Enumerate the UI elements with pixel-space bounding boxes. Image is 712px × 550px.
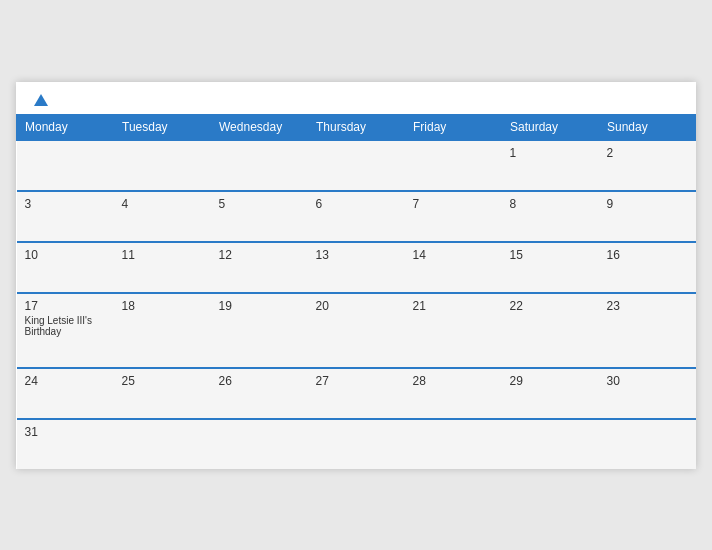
calendar-cell: 30 [599, 368, 696, 419]
day-number: 22 [510, 299, 591, 313]
day-number: 4 [122, 197, 203, 211]
calendar-container: MondayTuesdayWednesdayThursdayFridaySatu… [16, 82, 696, 469]
week-row-3: 10111213141516 [17, 242, 696, 293]
day-number: 13 [316, 248, 397, 262]
weekday-header-friday: Friday [405, 114, 502, 140]
weekday-header-saturday: Saturday [502, 114, 599, 140]
calendar-cell: 14 [405, 242, 502, 293]
calendar-cell [114, 419, 211, 469]
calendar-cell: 27 [308, 368, 405, 419]
calendar-cell: 5 [211, 191, 308, 242]
day-number: 31 [25, 425, 106, 439]
weekday-header-monday: Monday [17, 114, 114, 140]
calendar-cell: 9 [599, 191, 696, 242]
event-label: King Letsie III's Birthday [25, 315, 106, 337]
calendar-cell: 20 [308, 293, 405, 368]
calendar-cell: 3 [17, 191, 114, 242]
calendar-cell: 10 [17, 242, 114, 293]
calendar-grid: MondayTuesdayWednesdayThursdayFridaySatu… [16, 114, 696, 469]
calendar-cell [405, 419, 502, 469]
calendar-cell: 2 [599, 140, 696, 191]
calendar-cell: 15 [502, 242, 599, 293]
day-number: 27 [316, 374, 397, 388]
calendar-cell: 16 [599, 242, 696, 293]
day-number: 3 [25, 197, 106, 211]
calendar-cell: 18 [114, 293, 211, 368]
weekday-header-thursday: Thursday [308, 114, 405, 140]
day-number: 14 [413, 248, 494, 262]
calendar-cell: 21 [405, 293, 502, 368]
week-row-2: 3456789 [17, 191, 696, 242]
day-number: 15 [510, 248, 591, 262]
calendar-cell [405, 140, 502, 191]
week-row-5: 24252627282930 [17, 368, 696, 419]
day-number: 17 [25, 299, 106, 313]
week-row-6: 31 [17, 419, 696, 469]
calendar-cell [308, 419, 405, 469]
day-number: 10 [25, 248, 106, 262]
day-number: 5 [219, 197, 300, 211]
day-number: 8 [510, 197, 591, 211]
day-number: 2 [607, 146, 688, 160]
calendar-header [16, 82, 696, 114]
calendar-cell: 24 [17, 368, 114, 419]
week-row-1: 12 [17, 140, 696, 191]
logo-triangle-icon [34, 94, 48, 106]
calendar-cell: 31 [17, 419, 114, 469]
calendar-cell: 8 [502, 191, 599, 242]
day-number: 6 [316, 197, 397, 211]
day-number: 23 [607, 299, 688, 313]
day-number: 30 [607, 374, 688, 388]
calendar-cell: 4 [114, 191, 211, 242]
calendar-cell: 7 [405, 191, 502, 242]
day-number: 21 [413, 299, 494, 313]
calendar-cell: 29 [502, 368, 599, 419]
day-number: 25 [122, 374, 203, 388]
calendar-cell [502, 419, 599, 469]
day-number: 9 [607, 197, 688, 211]
calendar-cell: 28 [405, 368, 502, 419]
day-number: 12 [219, 248, 300, 262]
calendar-cell: 11 [114, 242, 211, 293]
calendar-cell: 19 [211, 293, 308, 368]
day-number: 24 [25, 374, 106, 388]
calendar-cell [211, 140, 308, 191]
day-number: 18 [122, 299, 203, 313]
day-number: 16 [607, 248, 688, 262]
calendar-cell [308, 140, 405, 191]
day-number: 19 [219, 299, 300, 313]
weekday-header-sunday: Sunday [599, 114, 696, 140]
calendar-cell: 6 [308, 191, 405, 242]
weekday-header-wednesday: Wednesday [211, 114, 308, 140]
day-number: 11 [122, 248, 203, 262]
calendar-cell: 23 [599, 293, 696, 368]
calendar-cell: 25 [114, 368, 211, 419]
calendar-cell: 13 [308, 242, 405, 293]
calendar-cell [17, 140, 114, 191]
day-number: 29 [510, 374, 591, 388]
calendar-cell: 1 [502, 140, 599, 191]
weekday-header-tuesday: Tuesday [114, 114, 211, 140]
calendar-cell: 22 [502, 293, 599, 368]
calendar-cell: 26 [211, 368, 308, 419]
calendar-cell: 12 [211, 242, 308, 293]
day-number: 1 [510, 146, 591, 160]
logo [32, 94, 48, 106]
day-number: 20 [316, 299, 397, 313]
day-number: 26 [219, 374, 300, 388]
week-row-4: 17King Letsie III's Birthday181920212223 [17, 293, 696, 368]
calendar-cell: 17King Letsie III's Birthday [17, 293, 114, 368]
day-number: 7 [413, 197, 494, 211]
day-number: 28 [413, 374, 494, 388]
calendar-cell [599, 419, 696, 469]
weekday-header-row: MondayTuesdayWednesdayThursdayFridaySatu… [17, 114, 696, 140]
calendar-cell [114, 140, 211, 191]
calendar-cell [211, 419, 308, 469]
